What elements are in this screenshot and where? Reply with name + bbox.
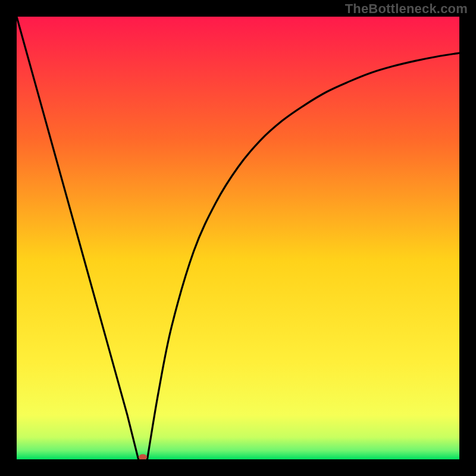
chart-svg xyxy=(17,17,459,459)
plot-area xyxy=(17,17,459,459)
gradient-background xyxy=(17,17,459,459)
chart-frame: TheBottleneck.com xyxy=(0,0,476,476)
watermark-text: TheBottleneck.com xyxy=(345,1,468,17)
